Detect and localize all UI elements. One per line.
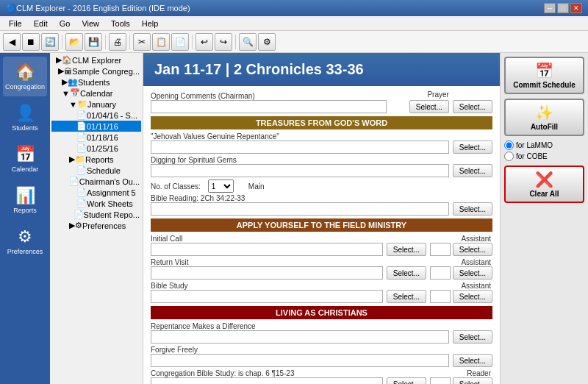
maximize-button[interactable]: □ bbox=[557, 3, 569, 13]
jehovah-label: "Jehovah Values Genuine Repentance" bbox=[151, 132, 492, 141]
toolbar-back[interactable]: ◀ bbox=[3, 33, 21, 51]
toolbar-save[interactable]: 💾 bbox=[85, 33, 102, 51]
reader-input[interactable] bbox=[430, 377, 451, 384]
bible-reading-input[interactable] bbox=[151, 202, 449, 216]
initial-call-select[interactable]: Select... bbox=[387, 243, 426, 256]
forgive-select[interactable]: Select... bbox=[453, 354, 492, 367]
toolbar-redo[interactable]: ↪ bbox=[215, 33, 232, 51]
tree-week4[interactable]: 📄 01/25/16 bbox=[51, 143, 141, 154]
toolbar-refresh[interactable]: 🔄 bbox=[41, 33, 59, 51]
tree-student-reports[interactable]: 📄 Student Repo... bbox=[51, 209, 141, 220]
initial-assistant-input[interactable] bbox=[430, 243, 451, 256]
repentance-input[interactable] bbox=[151, 330, 449, 344]
nav-reports-label: Reports bbox=[13, 207, 37, 214]
digging-select-button[interactable]: Select... bbox=[453, 164, 492, 177]
jehovah-input[interactable] bbox=[151, 141, 449, 154]
cong-bible-input[interactable] bbox=[151, 377, 383, 384]
tree-reports[interactable]: ▶ 📁 Reports bbox=[51, 154, 141, 165]
return-assistant-input[interactable] bbox=[430, 266, 451, 280]
toolbar-print[interactable]: 🖨 bbox=[109, 33, 126, 51]
doc-icon: 📄 bbox=[76, 166, 87, 175]
tree-week1[interactable]: 📄 01/04/16 - S... bbox=[51, 110, 141, 121]
autofill-button[interactable]: ✨ AutoFill bbox=[504, 99, 584, 136]
bible-study-assistant-label: Assistant bbox=[430, 282, 492, 290]
initial-call-input[interactable] bbox=[151, 243, 383, 256]
tree-preferences[interactable]: ▶ ⚙ Preferences bbox=[51, 220, 141, 231]
expand-icon: ▼ bbox=[69, 100, 77, 109]
toolbar-search[interactable]: 🔍 bbox=[239, 33, 257, 51]
initial-assistant-select[interactable]: Select... bbox=[453, 243, 492, 256]
nav-preferences[interactable]: ⚙ Preferences bbox=[3, 221, 47, 261]
tree-label: Schedule bbox=[87, 166, 121, 175]
minimize-button[interactable]: ─ bbox=[544, 3, 556, 13]
commit-label: Commit Schedule bbox=[513, 81, 575, 89]
congregation-icon: 🏠 bbox=[15, 63, 35, 82]
menu-view[interactable]: View bbox=[76, 18, 105, 29]
toolbar-gear[interactable]: ⚙ bbox=[258, 33, 276, 51]
nav-congregation[interactable]: 🏠 Congregation bbox=[3, 57, 47, 96]
bible-study-label: Bible Study bbox=[151, 282, 426, 290]
menu-go[interactable]: Go bbox=[54, 18, 76, 29]
no-classes-select[interactable]: 1 2 bbox=[208, 179, 234, 193]
return-visit-select[interactable]: Select... bbox=[387, 266, 426, 280]
toolbar-open[interactable]: 📂 bbox=[65, 33, 83, 51]
forgive-label: Forgive Freely bbox=[151, 346, 492, 354]
bible-study-select[interactable]: Select... bbox=[387, 290, 426, 303]
cong-bible-select[interactable]: Select... bbox=[387, 377, 426, 384]
bible-reading-select-button[interactable]: Select... bbox=[453, 202, 492, 216]
tree-schedule[interactable]: 📄 Schedule bbox=[51, 165, 141, 176]
radio-lamoto[interactable] bbox=[504, 141, 514, 150]
menu-help[interactable]: Help bbox=[136, 18, 165, 29]
jehovah-select-button[interactable]: Select... bbox=[453, 141, 492, 154]
bible-study-assistant-select[interactable]: Select... bbox=[453, 290, 492, 303]
bible-study-input[interactable] bbox=[151, 290, 383, 303]
tree-week2[interactable]: 📄 01/11/16 bbox=[51, 121, 141, 132]
menu-tools[interactable]: Tools bbox=[105, 18, 136, 29]
toolbar-undo[interactable]: ↩ bbox=[196, 33, 213, 51]
doc-icon: 📄 bbox=[76, 132, 87, 142]
return-assistant-label: Assistant bbox=[430, 258, 492, 266]
folder-icon: 🏛 bbox=[64, 67, 72, 76]
tree-students[interactable]: ▶ 👥 Students bbox=[51, 77, 141, 88]
commit-schedule-button[interactable]: 📅 Commit Schedule bbox=[504, 57, 584, 94]
tree-clm-explorer[interactable]: ▶ 🏠 CLM Explorer bbox=[51, 54, 141, 65]
title-bar-text: CLM Explorer - 2016 English Edition (IDE… bbox=[16, 4, 190, 13]
bible-study-assistant-input[interactable] bbox=[430, 290, 451, 303]
toolbar-paste[interactable]: 📄 bbox=[171, 33, 189, 51]
tree-january[interactable]: ▼ 📁 January bbox=[51, 99, 141, 110]
prayer-select-button[interactable]: Select... bbox=[453, 100, 492, 113]
clear-all-button[interactable]: ❌ Clear All bbox=[504, 166, 584, 203]
repentance-select[interactable]: Select... bbox=[453, 330, 492, 344]
return-assistant-select[interactable]: Select... bbox=[453, 266, 492, 280]
tree-week3[interactable]: 📄 01/18/16 bbox=[51, 132, 141, 143]
tree-label: 01/25/16 bbox=[87, 144, 118, 153]
digging-input[interactable] bbox=[151, 164, 449, 177]
menu-edit[interactable]: Edit bbox=[28, 18, 54, 29]
toolbar-cut[interactable]: ✂ bbox=[133, 33, 151, 51]
nav-calendar[interactable]: 📅 Calendar bbox=[3, 139, 47, 179]
opening-select-button[interactable]: Select... bbox=[409, 100, 449, 113]
nav-reports[interactable]: 📊 Reports bbox=[3, 180, 47, 220]
toolbar-sep1 bbox=[62, 35, 62, 49]
no-classes-label: No. of Classes: bbox=[151, 182, 201, 191]
folder-icon: 📅 bbox=[70, 88, 80, 98]
opening-comments-input[interactable] bbox=[151, 100, 387, 113]
toolbar-copy[interactable]: 📋 bbox=[152, 33, 170, 51]
return-visit-input[interactable] bbox=[151, 266, 383, 280]
window-controls: ─ □ ✕ bbox=[544, 3, 582, 13]
toolbar-stop[interactable]: ⏹ bbox=[22, 33, 40, 51]
tree-worksheets[interactable]: 📄 Work Sheets bbox=[51, 198, 141, 209]
tree-label: Students bbox=[78, 78, 110, 87]
tree-congregation[interactable]: ▶ 🏛 Sample Congreg... bbox=[51, 65, 141, 77]
radio-cobe-row: for COBE bbox=[504, 152, 584, 161]
forgive-input[interactable] bbox=[151, 354, 449, 367]
reader-select[interactable]: Select... bbox=[453, 377, 492, 384]
menu-file[interactable]: File bbox=[3, 18, 28, 29]
tree-assignment5[interactable]: 📄 Assignment 5 bbox=[51, 187, 141, 198]
nav-students[interactable]: 👤 Students bbox=[3, 98, 47, 138]
main-label: Main bbox=[248, 182, 265, 191]
radio-cobe[interactable] bbox=[504, 152, 514, 161]
close-button[interactable]: ✕ bbox=[570, 3, 582, 13]
tree-chairmans[interactable]: 📄 Chairman's Ou... bbox=[51, 176, 141, 187]
tree-calendar[interactable]: ▼ 📅 Calendar bbox=[51, 88, 141, 99]
